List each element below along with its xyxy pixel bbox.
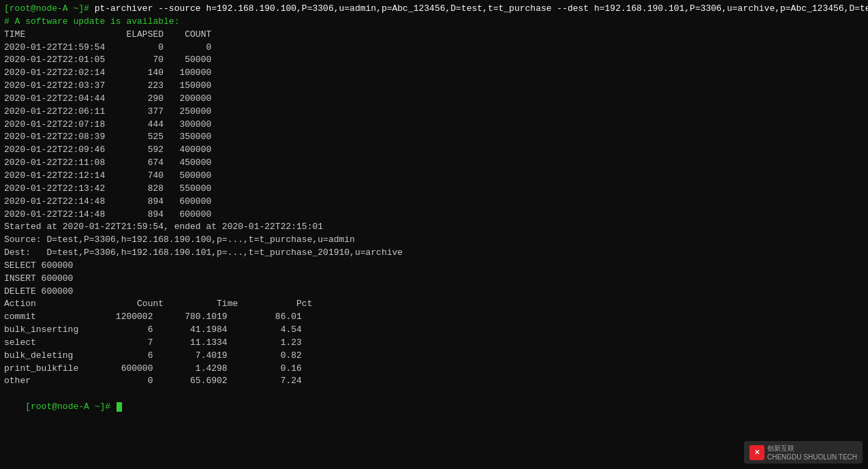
data-row-2: 2020-01-22T22:02:14 140 100000 — [4, 67, 864, 80]
data-row-12: 2020-01-22T22:14:48 894 600000 — [4, 196, 864, 209]
data-row-6: 2020-01-22T22:07:18 444 300000 — [4, 119, 864, 132]
stats-row-0: commit 1200002 780.1019 86.01 — [4, 311, 864, 324]
update-notice: # A software update is available: — [4, 16, 864, 29]
stats-row-5: other 0 65.6902 7.24 — [4, 375, 864, 388]
summary-5: DELETE 600000 — [4, 286, 864, 299]
watermark-text: 创新互联CHENGDU SHUOLUN TECH — [767, 444, 857, 461]
final-prompt-line: [root@node-A ~]# — [4, 388, 864, 427]
summary-1: Source: D=test,P=3306,h=192.168.190.100,… — [4, 234, 864, 247]
stats-header: Action Count Time Pct — [4, 298, 864, 311]
data-row-7: 2020-01-22T22:08:39 525 350000 — [4, 131, 864, 144]
table-header: TIME ELAPSED COUNT — [4, 29, 864, 42]
stats-row-1: bulk_inserting 6 41.1984 4.54 — [4, 324, 864, 337]
data-row-1: 2020-01-22T22:01:05 70 50000 — [4, 54, 864, 67]
stats-row-4: print_bulkfile 600000 1.4298 0.16 — [4, 363, 864, 376]
summary-0: Started at 2020-01-22T21:59:54, ended at… — [4, 221, 864, 234]
data-row-11: 2020-01-22T22:13:42 828 550000 — [4, 183, 864, 196]
watermark-icon: ✕ — [749, 445, 764, 460]
data-row-13: 2020-01-22T22:14:48 894 600000 — [4, 209, 864, 222]
data-row-8: 2020-01-22T22:09:46 592 400000 — [4, 144, 864, 157]
summary-2: Dest: D=test,P=3306,h=192.168.190.101,p=… — [4, 247, 864, 260]
command-text: pt-archiver --source h=192.168.190.100,P… — [95, 3, 868, 14]
data-row-9: 2020-01-22T22:11:08 674 450000 — [4, 157, 864, 170]
summary-3: SELECT 600000 — [4, 260, 864, 273]
stats-row-2: select 7 11.1334 1.23 — [4, 337, 864, 350]
watermark: ✕ 创新互联CHENGDU SHUOLUN TECH — [744, 441, 863, 464]
summary-4: INSERT 600000 — [4, 273, 864, 286]
cursor — [117, 402, 122, 412]
final-prompt: [root@node-A ~]# — [25, 402, 116, 412]
command-line: [root@node-A ~]# pt-archiver --source h=… — [4, 3, 864, 16]
data-row-0: 2020-01-22T21:59:54 0 0 — [4, 42, 864, 55]
data-row-4: 2020-01-22T22:04:44 290 200000 — [4, 93, 864, 106]
prompt: [root@node-A ~]# — [4, 3, 95, 14]
data-row-10: 2020-01-22T22:12:14 740 500000 — [4, 170, 864, 183]
data-row-5: 2020-01-22T22:06:11 377 250000 — [4, 106, 864, 119]
stats-row-3: bulk_deleting 6 7.4019 0.82 — [4, 350, 864, 363]
data-row-3: 2020-01-22T22:03:37 223 150000 — [4, 80, 864, 93]
terminal-window: [root@node-A ~]# pt-archiver --source h=… — [0, 0, 868, 469]
